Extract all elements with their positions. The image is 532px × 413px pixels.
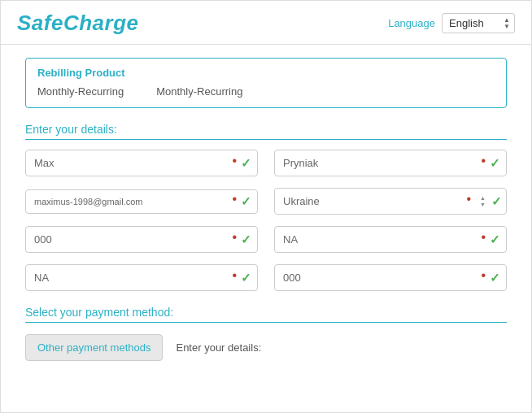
required-dot-5: •	[232, 231, 237, 244]
valid-check-3: ✓	[241, 194, 251, 209]
field4-input[interactable]	[274, 226, 507, 253]
rebilling-box: Rebilling Product Monthly-Recurring Mont…	[25, 58, 507, 108]
required-dot-2: •	[481, 154, 486, 167]
required-dot-1: •	[232, 154, 237, 167]
language-label: Language	[388, 17, 435, 29]
field6-input[interactable]	[274, 264, 507, 291]
main-content: Rebilling Product Monthly-Recurring Mont…	[1, 45, 531, 369]
language-area: Language English Ukrainian Russian ▲ ▼	[388, 13, 515, 33]
valid-check-8: ✓	[490, 271, 500, 285]
field3-wrapper: • ✓	[25, 226, 258, 253]
language-select[interactable]: English Ukrainian Russian	[449, 17, 495, 29]
email-field: • ✓	[25, 188, 258, 215]
field3-input[interactable]	[25, 226, 258, 253]
field5-wrapper: • ✓	[25, 264, 258, 291]
first-name-field: • ✓	[25, 150, 258, 176]
payment-section-title: Select your payment method:	[25, 306, 507, 323]
required-dot-7: •	[232, 269, 237, 282]
rebilling-title: Rebilling Product	[37, 67, 495, 79]
required-dot-3: •	[232, 193, 237, 206]
valid-check-6: ✓	[490, 233, 500, 247]
form-grid: • ✓ • ✓ • ✓ • ▲ ▼	[25, 150, 507, 291]
country-input[interactable]	[274, 188, 507, 215]
valid-check-4: ✓	[491, 194, 502, 209]
first-name-input[interactable]	[25, 150, 258, 176]
other-payment-button[interactable]: Other payment methods	[25, 334, 163, 361]
email-input[interactable]	[25, 189, 258, 214]
enter-details-title: Enter your details:	[25, 123, 507, 140]
valid-check-1: ✓	[241, 156, 251, 171]
page-wrapper: SafeCharge Language English Ukrainian Ru…	[0, 0, 532, 413]
country-field: • ▲ ▼ ✓	[274, 188, 507, 215]
lang-arrows-icon: ▲ ▼	[504, 17, 510, 30]
last-name-field: • ✓	[274, 150, 507, 176]
payment-enter-details: Enter your details:	[176, 341, 261, 354]
payment-method-row: Other payment methods Enter your details…	[25, 331, 507, 361]
required-dot-8: •	[481, 269, 486, 282]
rebilling-row: Monthly-Recurring Monthly-Recurring	[37, 85, 495, 98]
field4-wrapper: • ✓	[274, 226, 507, 253]
required-dot-6: •	[481, 231, 486, 244]
language-selector[interactable]: English Ukrainian Russian ▲ ▼	[442, 13, 515, 33]
valid-check-5: ✓	[241, 233, 251, 247]
rebilling-col1: Monthly-Recurring	[37, 85, 124, 98]
field5-input[interactable]	[25, 264, 258, 291]
required-dot-4: •	[466, 193, 471, 206]
last-name-input[interactable]	[274, 150, 507, 176]
country-spinner-icon[interactable]: ▲ ▼	[480, 194, 486, 208]
valid-check-7: ✓	[241, 271, 251, 285]
valid-check-2: ✓	[490, 156, 500, 171]
logo: SafeCharge	[17, 11, 139, 36]
field6-wrapper: • ✓	[274, 264, 507, 291]
rebilling-col2: Monthly-Recurring	[156, 85, 242, 98]
header: SafeCharge Language English Ukrainian Ru…	[1, 1, 531, 45]
